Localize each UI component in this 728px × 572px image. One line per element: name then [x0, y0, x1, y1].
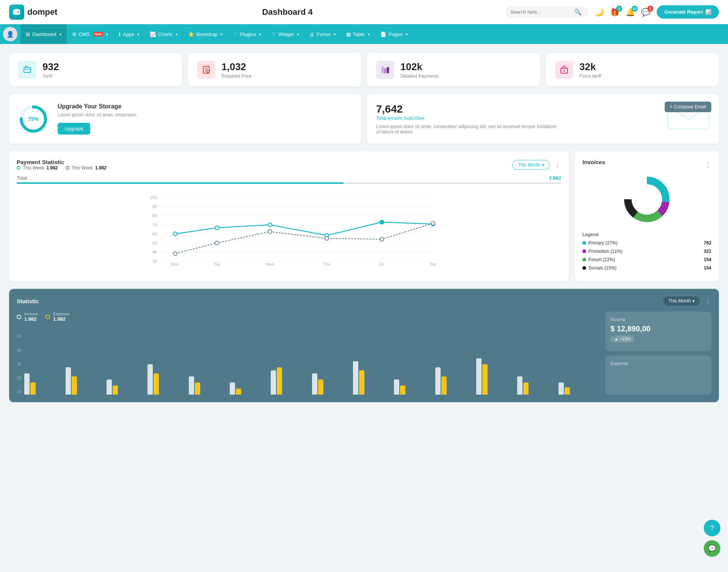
expense-dot: [46, 315, 50, 319]
svg-point-58: [632, 184, 662, 215]
upgrade-button[interactable]: Upgrade: [58, 123, 90, 135]
svg-point-46: [380, 237, 384, 241]
new-badge: New: [93, 32, 104, 36]
search-box[interactable]: 🔍: [505, 6, 588, 18]
chevron-down-icon: ▾: [542, 162, 544, 168]
chevron-down-icon: ▾: [406, 32, 408, 36]
sidebar-item-bootstrap[interactable]: ⭐ Bootstrap ▾: [183, 24, 228, 44]
sidebar-item-charts[interactable]: 📈 Charts ▾: [144, 24, 183, 44]
bar-yellow: [400, 386, 405, 395]
sidebar-item-widget[interactable]: ♡ Widget ▾: [266, 24, 304, 44]
bell-button[interactable]: 🔔 12: [626, 8, 635, 17]
sidebar-item-forms[interactable]: 🖨 Forms ▾: [304, 24, 341, 44]
chevron-down-icon: ▾: [259, 32, 261, 36]
more-options-icon[interactable]: ⋮: [554, 161, 561, 169]
svg-text:100: 100: [150, 195, 157, 200]
main-content: 932 Tariff 1,032 Required Price 102k Det…: [0, 44, 728, 411]
sidebar-item-table[interactable]: ▦ Table ▾: [341, 24, 375, 44]
expense-section-label: Expense: [610, 361, 706, 366]
sidebar-item-pages[interactable]: 📄 Pages ▾: [375, 24, 413, 44]
stat-info: 102k Detailed Payments: [400, 61, 439, 79]
email-icon: [666, 99, 711, 140]
list-item: Forum (22%) 154: [582, 257, 711, 262]
chevron-down-icon: ▾: [368, 32, 370, 36]
sidebar-item-dashboard[interactable]: ⊞ Dashboard ▾: [20, 24, 67, 44]
svg-point-47: [431, 221, 435, 225]
chevron-down-icon: ▾: [334, 32, 336, 36]
chart-total-row: Total 3.982: [17, 175, 561, 181]
sidebar-item-label: Widget: [278, 31, 293, 37]
logo-icon: [9, 5, 24, 20]
statistic-this-month-button[interactable]: This Month ▾: [663, 296, 700, 306]
forum-dot: [582, 258, 586, 262]
svg-point-37: [215, 226, 219, 230]
invoices-title: Invoices: [582, 159, 605, 165]
stat-card-detailed-payments: 102k Detailed Payments: [367, 53, 540, 86]
chart-header: Payment Statistic This Week 1.982 This W…: [17, 159, 561, 171]
gift-button[interactable]: 🎁 2: [610, 8, 620, 17]
stat-label: Detailed Payments: [400, 74, 439, 79]
chart-icon: 📊: [705, 9, 711, 15]
progress-bar: [17, 182, 561, 184]
sidebar-item-label: Table: [353, 31, 365, 37]
svg-point-36: [173, 232, 177, 236]
bar-group: [189, 376, 228, 395]
legend-val-2: 1.982: [95, 165, 107, 171]
svg-text:40: 40: [152, 250, 157, 254]
legend-header: Legend: [582, 232, 711, 237]
gift-badge: 2: [616, 6, 622, 12]
legend-item-left: Primary (27%): [582, 240, 618, 246]
expense-legend-label: Expense: [53, 312, 69, 316]
svg-text:60: 60: [152, 232, 157, 236]
bar-yellow: [318, 379, 323, 395]
page-title: Dashboard 4: [76, 7, 499, 17]
info-icon: ℹ: [119, 31, 121, 37]
this-month-button[interactable]: This Month ▾: [512, 160, 550, 170]
line-chart-area: 100 90 80 70 60 50 40 30: [17, 190, 561, 267]
detailed-payments-icon: [376, 61, 394, 79]
bar-yellow: [482, 364, 488, 395]
bar-group: [147, 364, 187, 395]
chevron-down-icon: ▾: [106, 32, 108, 36]
chart-legend: This Week 1.982 This Week 1.982: [17, 165, 107, 171]
more-options-icon[interactable]: ⋮: [704, 297, 711, 305]
charts-row: Payment Statistic This Week 1.982 This W…: [9, 151, 719, 281]
bar-yellow: [154, 373, 159, 395]
bar-white: [312, 373, 317, 395]
svg-point-40: [380, 220, 384, 224]
bar-yellow: [72, 376, 77, 395]
generate-report-button[interactable]: Generate Report 📊: [657, 5, 719, 19]
bar-group: [230, 382, 269, 395]
bar-yellow: [565, 387, 570, 395]
income-expense-panel: Income $ 12,890,00 ▲ +15% Expense: [605, 312, 711, 395]
settings-icon: ⚙: [72, 31, 77, 37]
bar-group: [107, 379, 146, 395]
bar-group: [271, 367, 310, 395]
svg-text:Thu: Thu: [323, 262, 331, 266]
svg-rect-12: [381, 66, 384, 73]
bar-white: [24, 373, 30, 395]
bar-group: [394, 379, 433, 395]
dark-mode-button[interactable]: 🌙: [595, 8, 604, 17]
list-item: Promotion (11%) 321: [582, 249, 711, 254]
more-options-icon[interactable]: ⋮: [704, 160, 711, 169]
sidebar-item-cms[interactable]: ⚙ CMS New ▾: [67, 24, 113, 44]
chat-button[interactable]: 💬 5: [641, 8, 651, 17]
sidebar-item-apps[interactable]: ℹ Apps ▾: [113, 24, 144, 44]
legend-item-left: Forum (22%): [582, 257, 615, 262]
bar-yellow: [236, 389, 241, 395]
chevron-down-icon: ▾: [176, 32, 177, 36]
this-month-label: This Month: [518, 162, 540, 168]
chat-badge: 5: [647, 6, 653, 12]
bar-yellow: [30, 382, 36, 395]
promotion-label: Promotion (11%): [588, 249, 623, 254]
search-input[interactable]: [510, 9, 571, 15]
upgrade-description: Lorem ipsum dolor sit amet, onsectetur.: [58, 112, 137, 118]
sidebar-item-plugins[interactable]: ♡ Plugins ▾: [228, 24, 267, 44]
stat-label: Required Price: [221, 74, 251, 79]
chevron-down-icon: ▾: [297, 32, 299, 36]
svg-rect-1: [15, 9, 19, 10]
line-chart-svg: 100 90 80 70 60 50 40 30: [17, 190, 561, 266]
svg-rect-13: [384, 68, 386, 73]
bar-white: [394, 379, 399, 395]
